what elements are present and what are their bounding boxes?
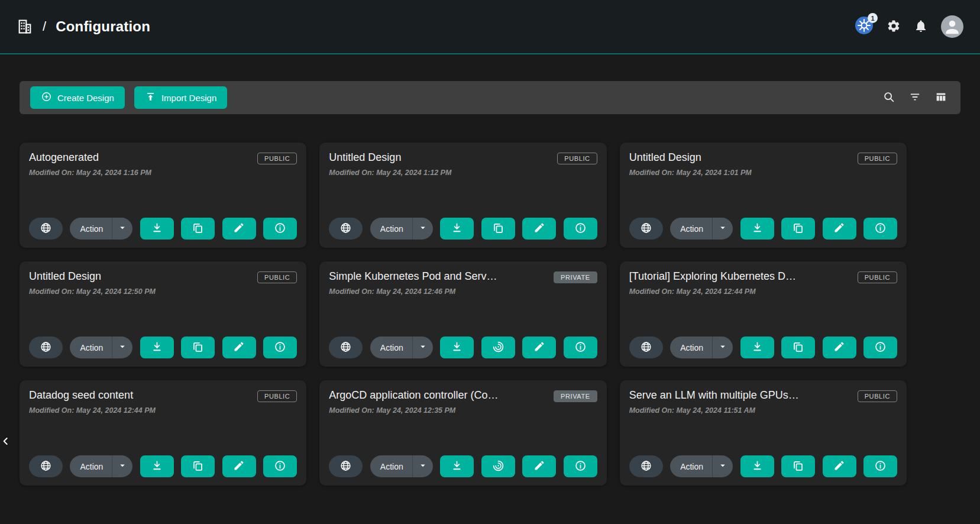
info-button[interactable] (863, 218, 897, 240)
info-button[interactable] (564, 337, 597, 358)
view-table-button[interactable] (934, 90, 947, 105)
clone-button[interactable] (181, 455, 215, 477)
import-design-label: Import Design (161, 93, 216, 103)
design-card: Simple Kubernetes Pod and Serv… PRIVATE … (319, 261, 606, 367)
action-split-button: Action (670, 337, 733, 358)
settings-button[interactable] (887, 19, 901, 35)
visibility-globe-button[interactable] (29, 337, 63, 358)
visibility-globe-button[interactable] (629, 455, 663, 477)
download-button[interactable] (740, 218, 774, 240)
design-source-button[interactable] (481, 337, 515, 358)
info-button[interactable] (263, 455, 297, 477)
download-button[interactable] (740, 337, 774, 358)
visibility-globe-button[interactable] (329, 337, 363, 358)
action-button[interactable]: Action (70, 218, 112, 240)
action-dropdown-caret[interactable] (712, 455, 733, 477)
import-design-button[interactable]: Import Design (134, 86, 227, 109)
visibility-globe-button[interactable] (29, 455, 63, 477)
visibility-globe-button[interactable] (29, 218, 63, 240)
clone-button[interactable] (181, 337, 215, 358)
avatar[interactable] (941, 15, 963, 38)
action-dropdown-caret[interactable] (112, 337, 132, 358)
info-button[interactable] (564, 218, 597, 240)
clone-button[interactable] (781, 337, 815, 358)
design-card-actions: Action (329, 455, 597, 477)
pencil-icon (233, 341, 245, 354)
cluster-connection-button[interactable]: 1 (855, 16, 874, 37)
upload-icon (145, 91, 156, 104)
edit-button[interactable] (222, 218, 256, 240)
notifications-button[interactable] (914, 19, 928, 35)
edit-button[interactable] (522, 455, 556, 477)
download-button[interactable] (140, 455, 174, 477)
design-title: [Tutorial] Exploring Kubernetes D… (629, 270, 852, 283)
design-card-actions: Action (329, 337, 597, 358)
action-split-button: Action (370, 455, 433, 477)
design-card: Datadog seed content PUBLIC Modified On:… (20, 380, 306, 486)
action-split-button: Action (70, 337, 132, 358)
design-source-button[interactable] (481, 455, 515, 477)
download-button[interactable] (740, 455, 774, 477)
design-card-header: Serve an LLM with multiple GPUs… PUBLIC (629, 389, 897, 402)
edit-button[interactable] (522, 218, 556, 240)
download-button[interactable] (440, 337, 474, 358)
clone-button[interactable] (781, 455, 815, 477)
edit-button[interactable] (222, 455, 256, 477)
action-dropdown-caret[interactable] (112, 455, 132, 477)
action-dropdown-caret[interactable] (712, 218, 733, 240)
info-button[interactable] (263, 337, 297, 358)
edit-button[interactable] (823, 455, 856, 477)
search-button[interactable] (882, 90, 895, 105)
filter-button[interactable] (908, 90, 921, 105)
action-button[interactable]: Action (670, 455, 712, 477)
sidebar-expand-chevron[interactable] (0, 434, 13, 451)
visibility-globe-button[interactable] (329, 455, 363, 477)
design-card-actions: Action (629, 337, 897, 358)
clone-button[interactable] (781, 218, 815, 240)
edit-button[interactable] (823, 218, 856, 240)
action-dropdown-caret[interactable] (112, 218, 132, 240)
visibility-badge: PRIVATE (554, 271, 597, 283)
download-button[interactable] (440, 455, 474, 477)
action-dropdown-caret[interactable] (412, 218, 433, 240)
action-dropdown-caret[interactable] (712, 337, 733, 358)
info-button[interactable] (263, 218, 297, 240)
create-design-button[interactable]: Create Design (30, 86, 125, 109)
action-button[interactable]: Action (670, 337, 712, 358)
edit-button[interactable] (222, 337, 256, 358)
action-button[interactable]: Action (70, 455, 112, 477)
download-button[interactable] (140, 218, 174, 240)
info-icon (874, 222, 887, 236)
info-button[interactable] (564, 455, 597, 477)
action-dropdown-caret[interactable] (412, 337, 433, 358)
action-button[interactable]: Action (370, 218, 412, 240)
action-button[interactable]: Action (370, 455, 412, 477)
organization-building-icon[interactable] (17, 18, 33, 35)
download-icon (151, 222, 163, 236)
clone-button[interactable] (481, 218, 515, 240)
breadcrumb-separator: / (43, 19, 46, 34)
edit-button[interactable] (522, 337, 556, 358)
design-card: Untitled Design PUBLIC Modified On: May … (20, 261, 306, 367)
action-button[interactable]: Action (670, 218, 712, 240)
visibility-globe-button[interactable] (329, 218, 363, 240)
action-split-button: Action (370, 337, 433, 358)
visibility-badge: PUBLIC (257, 271, 297, 283)
edit-button[interactable] (823, 337, 856, 358)
action-button[interactable]: Action (70, 337, 112, 358)
visibility-globe-button[interactable] (629, 218, 663, 240)
action-dropdown-caret[interactable] (412, 455, 433, 477)
pencil-icon (533, 222, 545, 235)
design-card: [Tutorial] Exploring Kubernetes D… PUBLI… (620, 261, 907, 367)
modified-date: Modified On: May 24, 2024 12:46 PM (329, 287, 597, 296)
design-card-actions: Action (629, 218, 897, 240)
download-button[interactable] (140, 337, 174, 358)
action-button[interactable]: Action (370, 337, 412, 358)
pencil-icon (233, 222, 245, 235)
info-button[interactable] (863, 455, 897, 477)
info-button[interactable] (863, 337, 897, 358)
download-button[interactable] (440, 218, 474, 240)
visibility-globe-button[interactable] (629, 337, 663, 358)
clone-button[interactable] (181, 218, 215, 240)
design-card-actions: Action (29, 218, 297, 240)
